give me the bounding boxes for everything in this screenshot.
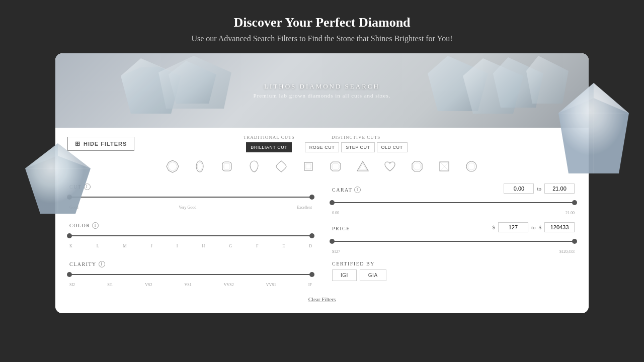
traditional-cuts-label: TRADITIONAL CUTS [244, 135, 295, 140]
certified-by-label: CERTIFIED BY [332, 261, 575, 266]
shape-oval[interactable] [191, 157, 209, 175]
svg-point-39 [468, 163, 475, 170]
traditional-cuts-buttons: BRILLIANT CUT [246, 142, 292, 152]
price-filter: PRICE $ to $ [332, 222, 575, 254]
carat-slider-track[interactable] [332, 199, 575, 207]
carat-info-icon[interactable]: i [354, 187, 361, 193]
cut-max-thumb[interactable] [309, 195, 314, 200]
price-min-thumb[interactable] [330, 239, 335, 244]
carat-max-thumb[interactable] [572, 200, 577, 205]
shape-round-small[interactable] [462, 157, 480, 175]
carat-filter: CARAT i to [332, 184, 575, 215]
svg-marker-30 [332, 163, 339, 169]
svg-point-24 [197, 162, 202, 170]
page-title: Discover Your Perfect Diamond [233, 15, 410, 30]
old-cut-button[interactable]: OLD CUT [377, 142, 408, 152]
clarity-markers: SI2 SI1 VS2 VS1 VVS2 VVS1 IF [69, 283, 312, 287]
cut-label: CUT i [69, 184, 312, 190]
shape-princess[interactable] [435, 157, 453, 175]
svg-rect-26 [224, 163, 230, 169]
filters-area: ⊞ HIDE FILTERS TRADITIONAL CUTS BRILLIAN… [55, 128, 589, 313]
price-slider-track[interactable] [332, 237, 575, 245]
svg-rect-28 [306, 164, 311, 169]
cut-filter: CUT i Good Very Good Excellent [69, 184, 312, 215]
gia-button[interactable]: GIA [360, 269, 386, 281]
clarity-info-icon[interactable]: i [99, 261, 105, 267]
shape-marquise[interactable] [272, 157, 290, 175]
step-cut-button[interactable]: STEP CUT [341, 142, 374, 152]
shape-asscher[interactable] [408, 157, 426, 175]
clear-filters-link[interactable]: Clear Filters [308, 296, 336, 302]
svg-marker-22 [168, 162, 177, 171]
price-markers: $127 $120,433 [332, 249, 575, 254]
carat-min-thumb[interactable] [330, 200, 335, 205]
brilliant-cut-button[interactable]: BRILLIANT CUT [246, 142, 292, 152]
color-filter: COLOR i K L M J I H G [69, 222, 312, 254]
cuts-section: TRADITIONAL CUTS BRILLIANT CUT DISTINCTI… [244, 135, 408, 152]
carat-range-sep: to [537, 186, 541, 192]
price-max-input[interactable] [544, 222, 575, 232]
shape-heart[interactable] [381, 157, 399, 175]
svg-rect-25 [222, 162, 231, 171]
traditional-cuts-group: TRADITIONAL CUTS BRILLIANT CUT [244, 135, 295, 152]
svg-marker-21 [167, 160, 179, 172]
clarity-label: CLARITY i [69, 261, 312, 267]
carat-min-input[interactable] [504, 184, 534, 194]
top-filter-row: ⊞ HIDE FILTERS TRADITIONAL CUTS BRILLIAN… [67, 137, 577, 152]
shape-radiant[interactable] [327, 157, 345, 175]
cut-markers: Good Very Good Excellent [69, 205, 312, 210]
shape-triangle[interactable] [354, 157, 372, 175]
clarity-max-thumb[interactable] [309, 272, 314, 277]
price-label: PRICE [332, 226, 350, 231]
rose-cut-button[interactable]: ROSE CUT [305, 142, 340, 152]
color-markers: K L M J I H G F E D [69, 244, 312, 248]
banner: LITHOS DIAMOND SEARCH Premium lab grown … [55, 53, 589, 128]
clear-filters-container: Clear Filters [67, 294, 577, 303]
decorative-diamond-left [20, 141, 96, 216]
cert-buttons: IGI GIA [332, 269, 575, 281]
color-label: COLOR i [69, 222, 312, 229]
shape-cushion[interactable] [218, 157, 236, 175]
carat-markers: 0.00 21.00 [332, 211, 575, 215]
price-max-thumb[interactable] [572, 239, 577, 244]
banner-title: LITHOS DIAMOND SEARCH [254, 82, 391, 90]
shape-pear[interactable] [245, 157, 263, 175]
clarity-slider-track[interactable] [69, 270, 312, 279]
shape-round[interactable] [164, 157, 182, 175]
banner-text: LITHOS DIAMOND SEARCH Premium lab grown … [254, 82, 391, 99]
svg-marker-34 [414, 163, 421, 170]
svg-marker-16 [158, 56, 231, 109]
carat-max-input[interactable] [544, 184, 575, 194]
distinctive-cuts-buttons: ROSE CUT STEP CUT OLD CUT [305, 142, 408, 152]
shape-emerald[interactable] [299, 157, 317, 175]
price-range-sep: to [531, 224, 536, 230]
clarity-filter: CLARITY i SI2 SI1 VS2 VS1 VVS2 VV [69, 261, 312, 287]
sliders-grid: CUT i Good Very Good Excellent [67, 184, 577, 287]
price-range-inputs: $ to $ [492, 222, 575, 232]
banner-subtitle: Premium lab grown diamonds in all cuts a… [254, 93, 391, 99]
svg-rect-27 [304, 162, 312, 170]
clarity-min-thumb[interactable] [67, 272, 72, 277]
color-slider-track[interactable] [69, 232, 312, 240]
color-max-thumb[interactable] [309, 233, 314, 238]
shapes-row [67, 157, 577, 175]
color-info-icon[interactable]: i [92, 222, 99, 229]
carat-range-inputs: to [504, 184, 575, 194]
page-subtitle: Use our Advanced Search Filters to Find … [191, 34, 452, 43]
color-min-thumb[interactable] [67, 233, 72, 238]
cut-slider-track[interactable] [69, 193, 312, 201]
main-card: LITHOS DIAMOND SEARCH Premium lab grown … [55, 53, 589, 313]
certified-by-filter: CERTIFIED BY IGI GIA [332, 261, 575, 287]
carat-label: CARAT i [332, 187, 361, 193]
distinctive-cuts-label: DISTINCTIVE CUTS [332, 135, 380, 140]
igi-button[interactable]: IGI [332, 269, 357, 281]
distinctive-cuts-group: DISTINCTIVE CUTS ROSE CUT STEP CUT OLD C… [305, 135, 408, 152]
decorative-diamond-right [553, 80, 634, 181]
price-min-input[interactable] [498, 222, 528, 232]
